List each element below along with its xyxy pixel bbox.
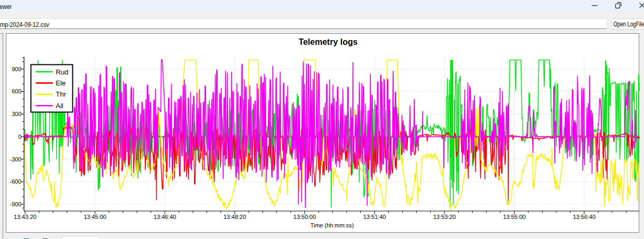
svg-text:13:48:20: 13:48:20: [223, 214, 246, 220]
svg-text:13:45:00: 13:45:00: [83, 214, 106, 220]
svg-text:300: 300: [12, 111, 21, 117]
svg-text:13:43:20: 13:43:20: [14, 214, 36, 220]
svg-text:13:55:00: 13:55:00: [503, 214, 526, 220]
svg-text:0: 0: [18, 133, 21, 140]
svg-text:600: 600: [12, 88, 21, 94]
svg-text:13:50:00: 13:50:00: [293, 214, 316, 220]
svg-text:Ail: Ail: [56, 102, 64, 110]
svg-text:Time (hh:mm:ss): Time (hh:mm:ss): [310, 222, 353, 228]
svg-text:-600: -600: [10, 178, 21, 185]
svg-text:13:46:40: 13:46:40: [154, 214, 176, 220]
svg-text:Ele: Ele: [56, 79, 66, 87]
svg-text:-300: -300: [10, 156, 21, 162]
svg-text:13:51:40: 13:51:40: [363, 214, 386, 220]
svg-text:Rud: Rud: [56, 68, 69, 76]
svg-text:900: 900: [12, 66, 21, 72]
svg-text:13:53:20: 13:53:20: [433, 214, 456, 220]
svg-text:Thr: Thr: [56, 90, 67, 98]
svg-text:-900: -900: [10, 201, 21, 207]
svg-text:Telemetry logs: Telemetry logs: [298, 37, 358, 46]
svg-text:13:56:40: 13:56:40: [573, 214, 595, 220]
